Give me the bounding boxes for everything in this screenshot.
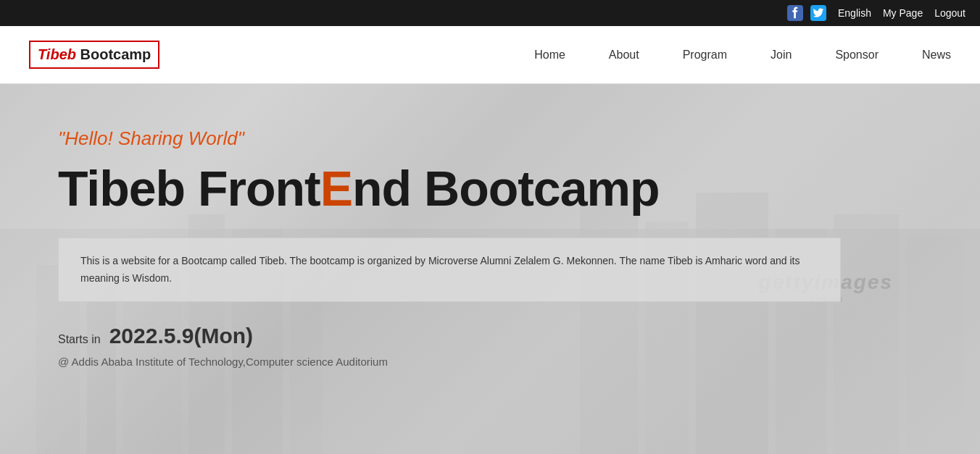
hero-title-orange: E: [320, 161, 352, 216]
venue-text: @ Addis Ababa Institute of Technology,Co…: [58, 356, 922, 368]
logo-bootcamp: Bootcamp: [76, 46, 151, 62]
mypage-link[interactable]: My Page: [883, 7, 923, 19]
nav-news[interactable]: News: [922, 49, 951, 61]
hero-title: Tibeb FrontEnd Bootcamp: [58, 161, 922, 216]
topbar: English My Page Logout: [0, 0, 980, 26]
hero-description-box: This is a website for a Bootcamp called …: [58, 237, 841, 303]
hero-description: This is a website for a Bootcamp called …: [80, 253, 818, 287]
logo-box: Tibeb Bootcamp: [29, 41, 159, 69]
logo[interactable]: Tibeb Bootcamp: [29, 41, 159, 69]
starts-label: Starts in: [58, 333, 101, 346]
starts-date: 2022.5.9(Mon): [109, 324, 253, 348]
nav-sponsor[interactable]: Sponsor: [835, 49, 879, 61]
language-link[interactable]: English: [838, 7, 871, 19]
logout-link[interactable]: Logout: [934, 7, 966, 19]
nav-about[interactable]: About: [609, 49, 639, 61]
starts-section: Starts in 2022.5.9(Mon): [58, 324, 922, 348]
nav-program[interactable]: Program: [683, 49, 727, 61]
hero-title-dark: Tibeb Front: [58, 161, 320, 216]
navbar: Tibeb Bootcamp Home About Program Join S…: [0, 26, 980, 84]
hero-section: gettyimages ©iemon "Hello! Sharing World…: [0, 84, 980, 454]
nav-join[interactable]: Join: [771, 49, 792, 61]
nav-home[interactable]: Home: [534, 49, 565, 61]
hero-title-dark2: nd Bootcamp: [352, 161, 659, 216]
hero-content: "Hello! Sharing World" Tibeb FrontEnd Bo…: [58, 127, 922, 368]
logo-tibeb: Tibeb: [38, 46, 76, 62]
facebook-icon[interactable]: [787, 5, 803, 21]
topbar-links: English My Page Logout: [838, 7, 966, 19]
nav-menu: Home About Program Join Sponsor News: [534, 49, 951, 62]
hero-subtitle: "Hello! Sharing World": [58, 127, 922, 150]
social-icons: [787, 5, 826, 21]
twitter-icon[interactable]: [810, 5, 826, 21]
